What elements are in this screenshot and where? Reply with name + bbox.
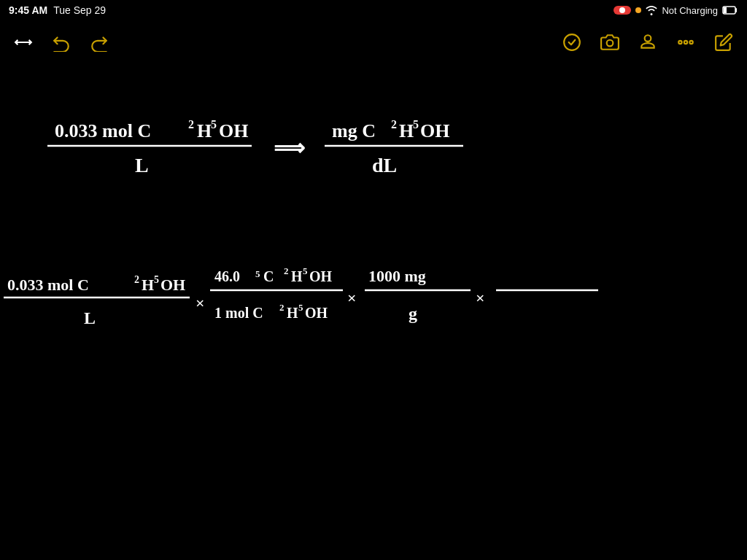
- status-right-area: Not Charging: [614, 5, 738, 16]
- battery-icon: [722, 6, 738, 15]
- svg-text:H: H: [197, 120, 212, 141]
- svg-text:46.0: 46.0: [214, 268, 240, 284]
- toolbar: [0, 20, 747, 64]
- svg-text:5: 5: [303, 265, 308, 276]
- svg-rect-1: [724, 7, 727, 13]
- svg-text:H: H: [399, 120, 414, 141]
- svg-point-7: [689, 41, 692, 44]
- svg-text:×: ×: [196, 294, 205, 312]
- svg-text:2: 2: [188, 118, 194, 131]
- more-button[interactable]: [674, 31, 697, 54]
- svg-text:OH: OH: [420, 120, 449, 141]
- record-button[interactable]: [614, 6, 631, 15]
- svg-text:OH: OH: [160, 276, 185, 294]
- canvas-area[interactable]: 0.033 mol C 2 H 5 OH L ⟹ mg C 2 H 5 OH d…: [0, 64, 747, 560]
- svg-text:0.033 mol C: 0.033 mol C: [7, 276, 89, 294]
- svg-text:2: 2: [134, 274, 139, 285]
- svg-text:mg C: mg C: [332, 120, 376, 141]
- record-dot-icon: [619, 7, 625, 13]
- svg-text:OH: OH: [305, 305, 328, 321]
- status-time: 9:45 AM: [9, 4, 47, 16]
- svg-text:2: 2: [284, 265, 289, 276]
- status-bar: 9:45 AM Tue Sep 29 Not Charging: [0, 0, 747, 20]
- svg-text:L: L: [135, 154, 149, 176]
- svg-text:×: ×: [476, 289, 485, 307]
- svg-text:H: H: [142, 276, 154, 294]
- toolbar-right: [560, 31, 735, 54]
- svg-point-5: [678, 41, 681, 44]
- svg-text:H: H: [287, 305, 298, 321]
- svg-text:dL: dL: [372, 154, 397, 176]
- wifi-icon: [646, 5, 657, 15]
- svg-text:L: L: [84, 308, 96, 327]
- svg-text:2: 2: [391, 118, 397, 131]
- marker-button[interactable]: [636, 31, 659, 54]
- status-date: Tue Sep 29: [53, 4, 106, 16]
- svg-text:OH: OH: [219, 120, 248, 141]
- collapse-button[interactable]: [12, 31, 35, 54]
- svg-text:2: 2: [279, 302, 285, 313]
- math-canvas: 0.033 mol C 2 H 5 OH L ⟹ mg C 2 H 5 OH d…: [0, 64, 747, 560]
- not-charging-text: Not Charging: [662, 5, 718, 16]
- redo-button[interactable]: [88, 31, 111, 54]
- undo-button[interactable]: [50, 31, 73, 54]
- svg-text:⟹: ⟹: [274, 136, 305, 160]
- svg-text:1000 mg: 1000 mg: [368, 267, 426, 285]
- svg-text:5: 5: [413, 118, 419, 131]
- check-button[interactable]: [560, 31, 584, 54]
- svg-text:5: 5: [298, 302, 303, 313]
- svg-text:OH: OH: [309, 268, 333, 284]
- svg-text:5: 5: [255, 268, 260, 279]
- camera-button[interactable]: [598, 31, 622, 54]
- toolbar-left: [12, 31, 111, 54]
- svg-text:C: C: [263, 268, 274, 284]
- svg-text:5: 5: [154, 274, 159, 285]
- svg-text:0.033 mol C: 0.033 mol C: [55, 120, 151, 141]
- svg-point-2: [564, 34, 580, 50]
- svg-text:1 mol C: 1 mol C: [214, 305, 263, 321]
- svg-text:g: g: [409, 304, 417, 323]
- status-dot-icon: [635, 7, 641, 13]
- svg-point-3: [607, 40, 614, 47]
- svg-text:×: ×: [347, 289, 357, 307]
- svg-point-6: [684, 41, 687, 44]
- svg-text:5: 5: [211, 118, 217, 131]
- svg-text:H: H: [291, 268, 303, 284]
- edit-button[interactable]: [712, 31, 735, 54]
- svg-point-4: [645, 35, 651, 42]
